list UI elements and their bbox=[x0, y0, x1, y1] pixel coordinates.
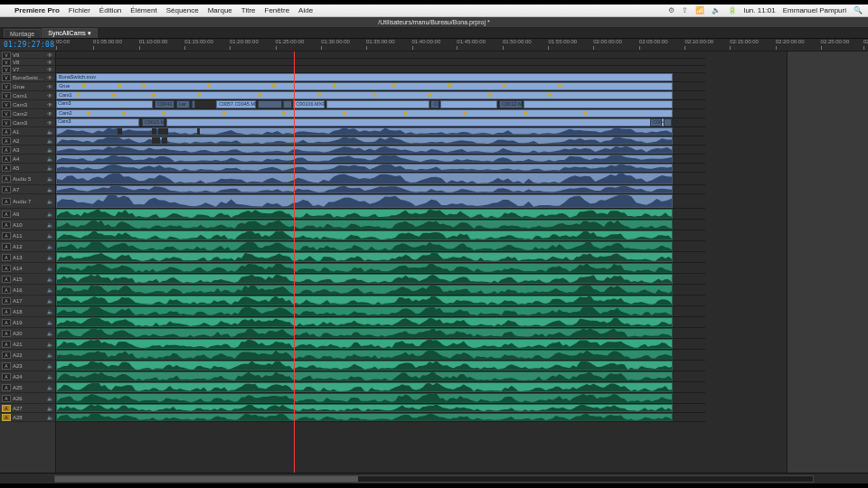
wifi-icon[interactable]: 📶 bbox=[695, 6, 704, 14]
mute-icon[interactable]: 🔈 bbox=[46, 186, 53, 192]
track-target-toggle[interactable]: A bbox=[2, 243, 11, 250]
audio-track-lane[interactable] bbox=[56, 230, 705, 241]
audio-clip[interactable] bbox=[56, 339, 673, 349]
video-clip[interactable] bbox=[258, 100, 282, 108]
video-track-header[interactable]: VV7👁 bbox=[0, 66, 55, 73]
time-ruler[interactable]: 00:0001:05:00:0001:10:00:0001:15:00:0001… bbox=[56, 39, 868, 51]
mute-icon[interactable]: 🔈 bbox=[46, 198, 53, 204]
audio-track-lane[interactable] bbox=[56, 393, 705, 404]
track-target-toggle[interactable]: A bbox=[2, 221, 11, 229]
audio-clip[interactable] bbox=[56, 413, 673, 421]
video-track-header[interactable]: VBonaSwitch.mov👁 bbox=[0, 73, 55, 82]
scrollbar-thumb[interactable] bbox=[55, 476, 358, 482]
audio-clip[interactable] bbox=[56, 145, 673, 154]
track-target-toggle[interactable]: A bbox=[2, 164, 11, 172]
audio-track-header[interactable]: AA9🔈 bbox=[0, 209, 55, 220]
clip-marker[interactable] bbox=[82, 84, 86, 88]
mute-icon[interactable]: 🔈 bbox=[46, 164, 53, 171]
menu-item[interactable]: Titre bbox=[241, 6, 256, 14]
video-track-header[interactable]: VGrue👁 bbox=[0, 82, 55, 91]
video-track-lane[interactable] bbox=[56, 66, 705, 73]
audio-track-lane[interactable] bbox=[56, 209, 705, 220]
eye-icon[interactable]: 👁 bbox=[46, 84, 53, 89]
video-track-lane[interactable]: Cam2 bbox=[56, 109, 705, 118]
mute-icon[interactable]: 🔈 bbox=[46, 330, 53, 336]
audio-track-lane[interactable] bbox=[56, 285, 705, 296]
eye-icon[interactable]: 👁 bbox=[46, 111, 53, 117]
track-target-toggle[interactable]: A bbox=[2, 373, 11, 380]
video-clip[interactable] bbox=[326, 100, 429, 108]
audio-track-lane[interactable] bbox=[56, 274, 705, 285]
eye-icon[interactable]: 👁 bbox=[46, 102, 53, 108]
video-track-lane[interactable]: C0042.MXFLarC0057.C0045.MXFC00106.MXFC00… bbox=[56, 100, 705, 109]
audio-clip[interactable] bbox=[56, 296, 673, 305]
mute-icon[interactable]: 🔈 bbox=[46, 146, 53, 153]
audio-clip[interactable] bbox=[56, 361, 673, 371]
eye-icon[interactable]: 👁 bbox=[46, 52, 53, 58]
clip-marker[interactable] bbox=[282, 111, 286, 115]
audio-track-lane[interactable] bbox=[56, 252, 705, 263]
clip-marker[interactable] bbox=[333, 84, 336, 88]
audio-track-header[interactable]: AA25🔈 bbox=[0, 382, 55, 393]
track-target-toggle[interactable]: V bbox=[2, 101, 11, 108]
audio-track-lane[interactable] bbox=[56, 317, 705, 328]
audio-track-header[interactable]: AA7🔈 bbox=[0, 185, 55, 194]
audio-clip[interactable] bbox=[56, 317, 673, 327]
audio-clip[interactable] bbox=[56, 136, 673, 145]
track-target-toggle[interactable]: A bbox=[2, 232, 11, 239]
track-target-toggle[interactable]: A bbox=[2, 276, 11, 283]
audio-track-lane[interactable] bbox=[56, 296, 705, 306]
clip-marker[interactable] bbox=[162, 111, 165, 115]
audio-track-header[interactable]: AA28🔈 bbox=[0, 413, 55, 422]
video-clip[interactable]: Cam1 bbox=[56, 91, 673, 99]
audio-clip[interactable] bbox=[56, 306, 673, 316]
track-target-toggle[interactable]: V bbox=[2, 92, 11, 99]
clip-marker[interactable] bbox=[122, 111, 126, 115]
clip-marker[interactable] bbox=[503, 84, 506, 88]
status-icon[interactable]: ⚙ bbox=[668, 6, 675, 14]
menu-item[interactable]: Fichier bbox=[69, 6, 90, 14]
audio-clip[interactable] bbox=[56, 155, 673, 163]
audio-track-header[interactable]: AA22🔈 bbox=[0, 350, 55, 361]
mute-icon[interactable]: 🔈 bbox=[46, 341, 53, 347]
mute-icon[interactable]: 🔈 bbox=[46, 175, 53, 182]
audio-track-header[interactable]: AA14🔈 bbox=[0, 263, 55, 274]
track-target-toggle[interactable]: V bbox=[2, 59, 11, 66]
clip-marker[interactable] bbox=[524, 111, 527, 115]
clip-marker[interactable] bbox=[428, 93, 431, 97]
audio-track-header[interactable]: AA27🔈 bbox=[0, 404, 55, 413]
audio-track-lane[interactable] bbox=[56, 136, 705, 145]
video-clip[interactable]: Cam2 bbox=[56, 109, 673, 117]
audio-track-lane[interactable] bbox=[56, 164, 705, 173]
spotlight-icon[interactable]: 🔍 bbox=[854, 6, 863, 14]
menu-item[interactable]: Séquence bbox=[166, 6, 199, 14]
video-track-lane[interactable] bbox=[56, 52, 705, 59]
track-target-toggle[interactable]: A bbox=[2, 362, 11, 370]
video-clip[interactable]: C0008.MXF bbox=[430, 100, 439, 108]
audio-track-header[interactable]: AA13🔈 bbox=[0, 252, 55, 263]
clip-marker[interactable] bbox=[152, 93, 156, 97]
video-clip[interactable]: C0044.MXF bbox=[650, 118, 662, 127]
mute-icon[interactable]: 🔈 bbox=[46, 373, 53, 380]
clip-marker[interactable] bbox=[222, 111, 226, 115]
video-track-header[interactable]: VCam3👁 bbox=[0, 100, 55, 109]
clip-marker[interactable] bbox=[463, 111, 467, 115]
video-clip[interactable]: Grue bbox=[56, 82, 673, 90]
mute-icon[interactable]: 🔈 bbox=[46, 352, 53, 358]
video-clip[interactable]: C0042.MXF bbox=[155, 100, 175, 108]
app-name[interactable]: Premiere Pro bbox=[14, 6, 60, 14]
audio-track-header[interactable]: AA12🔈 bbox=[0, 241, 55, 252]
track-target-toggle[interactable]: A bbox=[2, 330, 11, 337]
menu-item[interactable]: Marque bbox=[208, 6, 232, 14]
track-target-toggle[interactable]: A bbox=[2, 175, 11, 183]
sequence-tab-active[interactable]: SyncAllCams ▾ bbox=[42, 28, 98, 38]
clip-marker[interactable] bbox=[558, 84, 561, 88]
clip-marker[interactable] bbox=[403, 111, 407, 115]
mute-icon[interactable]: 🔈 bbox=[46, 128, 53, 135]
video-clip[interactable] bbox=[524, 100, 672, 108]
video-track-header[interactable]: VCam3👁 bbox=[0, 118, 55, 127]
track-target-toggle[interactable]: A bbox=[2, 319, 11, 326]
track-target-toggle[interactable]: A bbox=[2, 265, 11, 272]
audio-track-lane[interactable] bbox=[56, 361, 705, 371]
eye-icon[interactable]: 👁 bbox=[46, 75, 53, 80]
